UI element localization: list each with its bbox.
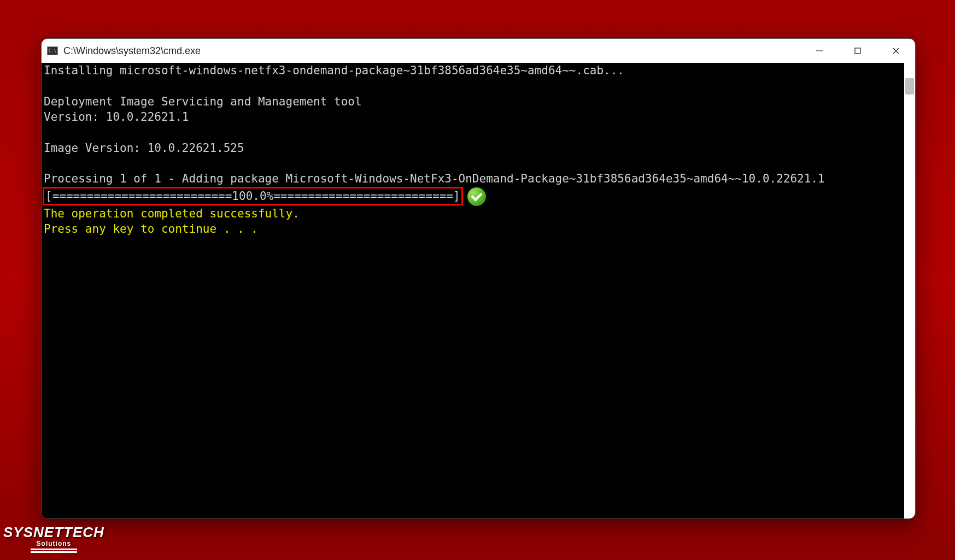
- maximize-icon: [854, 47, 862, 55]
- output-line: Version: 10.0.22621.1: [44, 110, 189, 123]
- close-button[interactable]: [877, 39, 915, 63]
- maximize-button[interactable]: [839, 39, 877, 63]
- output-prompt-line: Press any key to continue . . .: [44, 222, 258, 235]
- output-line: Image Version: 10.0.22621.525: [44, 142, 244, 155]
- watermark-bars: [31, 549, 77, 550]
- progress-bar-highlight: [==========================100.0%=======…: [43, 187, 463, 205]
- terminal-output[interactable]: Installing microsoft-windows-netfx3-onde…: [42, 63, 915, 518]
- cmd-icon: C:\: [47, 46, 58, 55]
- cmd-window: C:\ C:\Windows\system32\cmd.exe Installi…: [41, 38, 916, 519]
- window-title: C:\Windows\system32\cmd.exe: [63, 45, 201, 57]
- output-line: Deployment Image Servicing and Managemen…: [44, 95, 362, 108]
- watermark-sub: Solutions: [3, 540, 104, 547]
- output-success-line: The operation completed successfully.: [44, 207, 300, 220]
- checkmark-icon: [467, 187, 486, 206]
- svg-rect-1: [855, 48, 860, 54]
- minimize-button[interactable]: [800, 39, 839, 63]
- titlebar[interactable]: C:\ C:\Windows\system32\cmd.exe: [42, 39, 915, 63]
- close-icon: [892, 47, 900, 55]
- scrollbar-track[interactable]: [904, 63, 915, 518]
- watermark-logo: SYSNETTECH Solutions: [3, 524, 104, 550]
- output-line: Processing 1 of 1 - Adding package Micro…: [44, 172, 825, 185]
- minimize-icon: [816, 47, 823, 55]
- watermark-brand: SYSNETTECH: [3, 524, 104, 541]
- output-line: Installing microsoft-windows-netfx3-onde…: [44, 64, 624, 77]
- window-controls: [800, 39, 915, 63]
- scrollbar-thumb[interactable]: [905, 78, 914, 95]
